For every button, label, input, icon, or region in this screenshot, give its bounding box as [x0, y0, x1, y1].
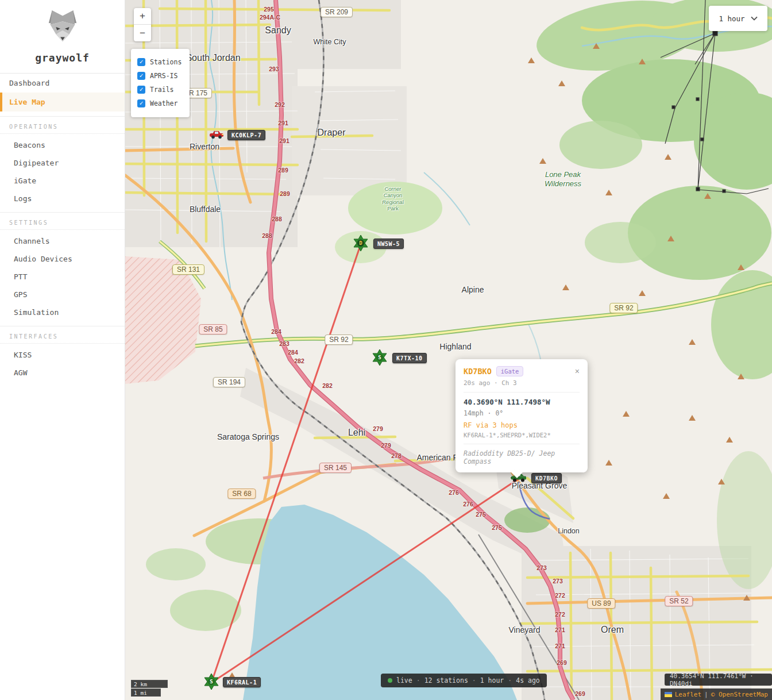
- exit-number: 282: [322, 382, 333, 389]
- layer-label: Weather: [150, 99, 177, 107]
- city-label: Orem: [601, 625, 624, 635]
- status-bar: live · 12 stations · 1 hour · 4s ago: [381, 674, 547, 687]
- exit-number: 269: [557, 659, 567, 666]
- exit-number: 273: [536, 564, 547, 571]
- popup-meta: 20s ago · Ch 3: [464, 379, 580, 387]
- separator: |: [704, 691, 708, 698]
- checkbox-icon[interactable]: ✓: [137, 72, 145, 80]
- exit-number: 279: [381, 442, 391, 449]
- road-shield: SR 68: [227, 489, 256, 499]
- city-label: Sandy: [265, 25, 291, 36]
- station-popup: KD7BKO iGate × 20s ago · Ch 3 40.3690°N …: [456, 359, 588, 472]
- sidebar-item-digipeater[interactable]: Digipeater: [0, 154, 125, 172]
- callsign-label[interactable]: NW5W-5: [373, 239, 404, 249]
- station-marker-k7tx-10[interactable]: S: [371, 349, 388, 368]
- exit-number: 288: [262, 232, 272, 239]
- city-label: Saratoga Springs: [217, 432, 279, 441]
- car-icon: [209, 130, 224, 139]
- sidebar-item-igate[interactable]: iGate: [0, 172, 125, 190]
- exit-number: 284: [288, 349, 298, 356]
- station-marker-kc0klp-7[interactable]: [209, 130, 224, 141]
- city-label: White City: [314, 38, 346, 46]
- city-label: Riverton: [190, 142, 219, 151]
- station-star-icon: S: [203, 673, 220, 690]
- station-star-icon: S: [371, 349, 388, 366]
- sidebar-item-gps[interactable]: GPS: [0, 286, 125, 303]
- sidebar-item-agw[interactable]: AGW: [0, 364, 125, 382]
- zoom-control: + −: [134, 8, 151, 41]
- sidebar-item-channels[interactable]: Channels: [0, 232, 125, 250]
- section-settings: SETTINGS: [0, 213, 125, 230]
- layer-toggle-trails[interactable]: ✓ Trails: [137, 83, 182, 97]
- layer-label: Stations: [150, 58, 182, 66]
- layer-label: APRS-IS: [150, 72, 177, 80]
- exit-number: 271: [555, 643, 565, 649]
- status-live: live: [396, 676, 412, 684]
- popup-coordinates: 40.3690°N 111.7498°W: [464, 398, 580, 406]
- city-label: Lehi: [348, 428, 365, 438]
- layer-toggle-aprs-is[interactable]: ✓ APRS-IS: [137, 69, 182, 83]
- live-map[interactable]: Sandy White City South Jordan Draper Riv…: [125, 0, 772, 700]
- callsign-label[interactable]: KD7BKO: [531, 473, 562, 483]
- park-line: Park: [382, 205, 404, 211]
- exit-number: 283: [279, 340, 290, 347]
- station-marker-nw5w-5[interactable]: D: [352, 234, 369, 254]
- callsign-label[interactable]: KC0KLP-7: [227, 130, 265, 140]
- checkbox-icon[interactable]: ✓: [137, 58, 145, 66]
- city-label: Draper: [318, 128, 346, 138]
- popup-close-button[interactable]: ×: [575, 367, 580, 376]
- checkbox-icon[interactable]: ✓: [137, 86, 145, 94]
- park-line: Regional: [382, 199, 404, 205]
- exit-number: 282: [294, 357, 304, 364]
- exit-number: 279: [373, 425, 383, 432]
- wilderness-line: Lone Peak: [545, 170, 581, 179]
- time-range-select[interactable]: 1 hour: [709, 6, 767, 31]
- leaflet-link[interactable]: Leaflet: [675, 691, 701, 698]
- road-shield: SR 52: [665, 596, 693, 606]
- layer-toggle-weather[interactable]: ✓ Weather: [137, 97, 182, 110]
- wilderness-label: Lone Peak Wilderness: [545, 170, 581, 189]
- wolf-logo-icon: [45, 8, 80, 44]
- exit-number: 294A-C: [260, 14, 280, 21]
- scale-control: 2 km 1 mi: [131, 680, 168, 697]
- station-marker-kf6ral-1[interactable]: S: [203, 673, 220, 693]
- section-interfaces: INTERFACES: [0, 326, 125, 344]
- exit-number: 289: [278, 167, 288, 174]
- callsign-label[interactable]: KF6RAL-1: [223, 677, 261, 687]
- sidebar-item-audio-devices[interactable]: Audio Devices: [0, 250, 125, 268]
- park-line: Canyon: [382, 193, 404, 199]
- exit-number: 292: [275, 101, 285, 108]
- app-title: graywolf: [0, 49, 125, 74]
- callsign-label[interactable]: K7TX-10: [392, 353, 427, 363]
- sidebar-item-live-map[interactable]: Live Map: [0, 93, 125, 111]
- layers-panel: ✓ Stations ✓ APRS-IS ✓ Trails ✓ Weather: [131, 49, 190, 117]
- exit-number: 289: [280, 190, 290, 197]
- app-window: graywolf Dashboard Live Map OPERATIONS B…: [0, 0, 772, 700]
- city-label: Bluffdale: [190, 205, 221, 214]
- symbol-letter: S: [378, 355, 381, 360]
- sidebar-item-logs[interactable]: Logs: [0, 190, 125, 207]
- popup-digi-path: KF6RAL-1*,SHEPRD*,WIDE2*: [464, 432, 580, 439]
- status-last-update: 4s ago: [516, 676, 540, 684]
- sidebar-item-dashboard[interactable]: Dashboard: [0, 74, 125, 93]
- sidebar-item-beacons[interactable]: Beacons: [0, 136, 125, 154]
- road-shield: SR 92: [609, 303, 638, 313]
- exit-number: 273: [553, 578, 563, 584]
- zoom-in-button[interactable]: +: [134, 8, 151, 25]
- checkbox-icon[interactable]: ✓: [137, 99, 145, 107]
- road-shield: SR 131: [172, 264, 204, 275]
- exit-number: 276: [463, 501, 473, 507]
- sidebar-item-ptt[interactable]: PTT: [0, 268, 125, 286]
- layer-toggle-stations[interactable]: ✓ Stations: [137, 55, 182, 69]
- sidebar-item-simulation[interactable]: Simulation: [0, 303, 125, 321]
- time-range-value: 1 hour: [719, 14, 744, 23]
- city-label: South Jordan: [186, 53, 240, 63]
- osm-link[interactable]: © OpenStreetMap: [711, 691, 768, 698]
- exit-number: 291: [278, 120, 288, 126]
- wilderness-line: Wilderness: [545, 179, 581, 189]
- exit-number: 275: [492, 524, 502, 531]
- section-operations: OPERATIONS: [0, 117, 125, 134]
- zoom-out-button[interactable]: −: [134, 25, 151, 41]
- sidebar-item-kiss[interactable]: KISS: [0, 346, 125, 364]
- city-label: Vineyard: [508, 625, 540, 634]
